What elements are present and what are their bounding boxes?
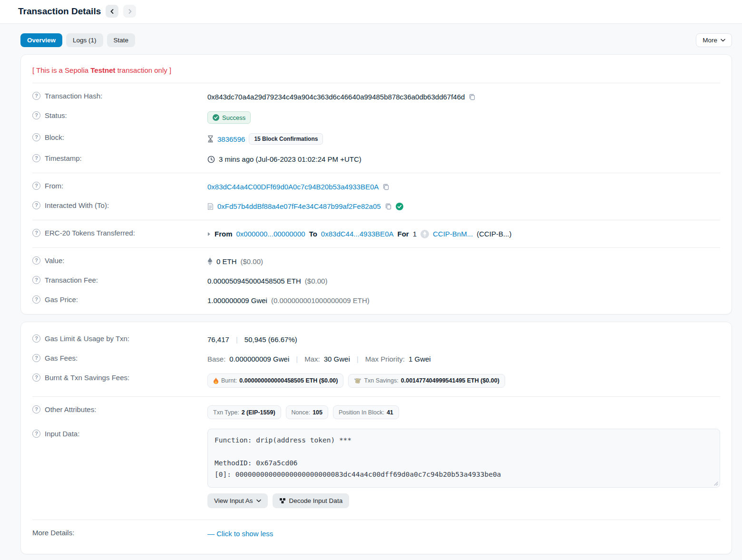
question-icon[interactable]: ? [32,405,40,413]
position-in-block-label: Position In Block: [339,409,384,416]
input-data-box[interactable]: Function: drip(address token) *** Method… [207,429,720,488]
question-icon[interactable]: ? [32,201,40,209]
eth-icon [207,257,213,265]
question-icon[interactable]: ? [32,92,40,100]
gas-fees-label: Gas Fees: [45,354,78,362]
row-interacted-with: ? Interacted With (To): 0xFd57b4ddBf88a4… [32,196,720,216]
position-in-block-badge: Position In Block: 41 [333,405,399,419]
block-label: Block: [45,133,64,141]
view-input-as-button[interactable]: View Input As [207,493,268,508]
row-erc20-transfers: ? ERC-20 Tokens Transferred: From 0x0000… [32,224,720,244]
testnet-notice-suffix: transaction only ] [116,66,172,74]
nonce-badge: Nonce: 105 [286,405,328,419]
max-fee-label: Max: [304,355,320,363]
divider [32,83,720,83]
base-fee-label: Base: [207,355,225,363]
token-name-link[interactable]: CCIP-BnM... [433,230,473,238]
question-icon[interactable]: ? [32,111,40,119]
separator: | [293,355,301,363]
nonce-label: Nonce: [292,409,311,416]
input-data-methodid-line: MethodID: 0x67a5cd06 [215,458,713,469]
txn-type-badge: Txn Type: 2 (EIP-1559) [207,405,281,419]
txn-savings-label: Txn Savings: [364,377,398,384]
row-gas-limit: ? Gas Limit & Usage by Txn: 76,417 | 50,… [32,330,720,349]
gas-limit-label: Gas Limit & Usage by Txn: [45,334,129,343]
prev-transaction-button[interactable] [106,5,118,18]
value-amount: 0 ETH [216,257,237,265]
input-data-param-line: [0]: 00000000000000000000000083dc44a4c00… [215,469,713,481]
more-button-label: More [703,37,717,44]
gas-used-value: 50,945 (66.67%) [244,335,297,344]
page-title: Transaction Details [18,6,101,17]
contract-file-icon [207,203,214,210]
show-less-toggle[interactable]: — Click to show less [207,530,273,538]
burnt-fee-label: Burnt: [221,377,237,384]
decode-input-data-button[interactable]: Decode Input Data [273,493,350,508]
next-transaction-button[interactable] [123,5,136,18]
more-dropdown-button[interactable]: More [696,33,732,47]
tabs-row: Overview Logs (1) State More [20,33,732,47]
question-icon[interactable]: ? [32,229,40,237]
timestamp-value: 3 mins ago (Jul-06-2023 01:02:24 PM +UTC… [219,155,361,163]
from-address-link[interactable]: 0x83dC44a4C00DFf69d0A0c7c94B20b53a4933BE… [207,183,379,191]
input-data-label: Input Data: [45,430,79,438]
divider [32,247,720,248]
transaction-fee-value: 0.000050945000458505 ETH [207,277,301,285]
gas-price-value: 1.000000009 Gwei [207,296,267,305]
question-icon[interactable]: ? [32,182,40,190]
question-icon[interactable]: ? [32,276,40,284]
block-confirmations-badge: 15 Block Confirmations [249,133,323,145]
position-in-block-value: 41 [387,409,393,416]
question-icon[interactable]: ? [32,256,40,265]
question-icon[interactable]: ? [32,354,40,362]
txn-type-label: Txn Type: [213,409,239,416]
divider [32,396,720,397]
question-icon[interactable]: ? [32,430,40,438]
divider [32,173,720,173]
transaction-fee-usd: ($0.00) [305,277,328,285]
testnet-notice-bold: Testnet [90,66,115,74]
copy-hash-button[interactable] [469,93,476,100]
question-icon[interactable]: ? [32,154,40,162]
resize-handle[interactable] [714,481,718,486]
question-icon[interactable]: ? [32,373,40,382]
verified-contract-check-icon [396,203,403,210]
chevron-down-icon [256,499,261,502]
row-more-details: More Details: — Click to show less [32,524,720,546]
max-fee-value: 30 Gwei [324,355,350,363]
question-icon[interactable]: ? [32,133,40,141]
nonce-value: 105 [312,409,322,416]
token-logo-icon [420,230,429,238]
row-block: ? Block: 3836596 15 Block Confirmations [32,128,720,149]
check-circle-icon [213,114,219,121]
row-status: ? Status: Success [32,107,720,128]
transaction-hash-label: Transaction Hash: [45,92,102,100]
txn-savings-badge: Txn Savings: 0.001477404999541495 ETH ($… [348,374,505,388]
divider [32,220,720,220]
erc20-for-label: For [397,230,409,238]
input-data-function-line: Function: drip(address token) *** [215,435,713,446]
value-usd: ($0.00) [241,257,264,265]
question-icon[interactable]: ? [32,334,40,343]
to-address-link[interactable]: 0xFd57b4ddBf88a4e07fF4e34C487b99af2Fe82a… [217,202,381,210]
question-icon[interactable]: ? [32,295,40,304]
tab-overview[interactable]: Overview [20,33,62,47]
row-value: ? Value: 0 ETH ($0.00) [32,252,720,271]
base-fee-value: 0.000000009 Gwei [229,355,289,363]
copy-to-address-button[interactable] [385,203,392,210]
erc20-from-address-link[interactable]: 0x000000...00000000 [236,230,305,238]
token-symbol: (CCIP-B...) [477,230,511,238]
copy-from-address-button[interactable] [382,183,390,190]
tab-state[interactable]: State [107,33,136,47]
block-number-link[interactable]: 3836596 [217,135,245,143]
tab-logs[interactable]: Logs (1) [66,33,103,47]
money-wings-icon [354,378,361,384]
erc20-transfers-label: ERC-20 Tokens Transferred: [45,229,135,237]
row-transaction-hash: ? Transaction Hash: 0x843dc70a4a29d79234… [32,87,720,107]
status-value: Success [222,114,245,121]
row-gas-price: ? Gas Price: 1.000000009 Gwei (0.0000000… [32,291,720,310]
erc20-from-label: From [215,230,233,238]
erc20-to-address-link[interactable]: 0x83dC44...4933BE0A [321,230,394,238]
row-input-data: ? Input Data: Function: drip(address tok… [32,424,720,513]
max-priority-fee-label: Max Priority: [365,355,405,363]
